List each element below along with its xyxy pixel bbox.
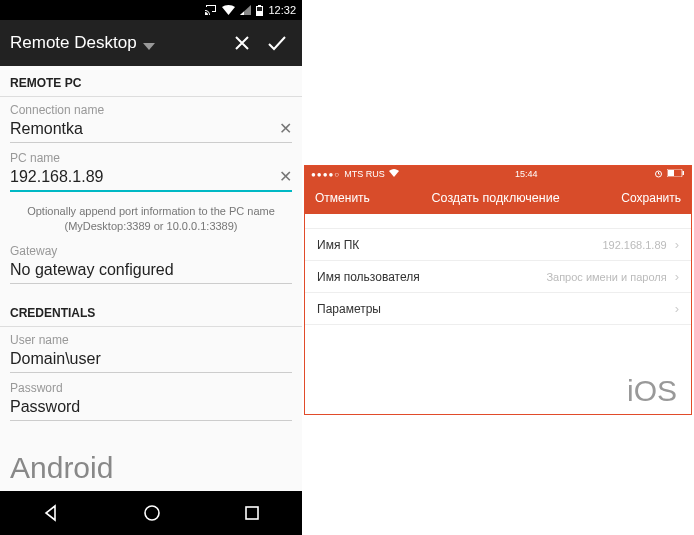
clear-icon[interactable]: ✕ [279, 119, 292, 138]
signal-dots-icon: ●●●●○ [311, 170, 340, 179]
svg-rect-5 [683, 171, 685, 175]
svg-rect-1 [246, 507, 258, 519]
connection-name-label: Connection name [10, 103, 292, 117]
save-button[interactable]: Сохранить [621, 191, 681, 205]
pc-name-value[interactable]: 192.168.1.89 [10, 166, 292, 192]
connection-name-field[interactable]: Connection name Remontka ✕ [0, 101, 302, 149]
divider [0, 326, 302, 327]
gateway-field[interactable]: Gateway No gateway configured [0, 242, 302, 290]
dropdown-icon[interactable] [143, 43, 155, 50]
header-title: Создать подключение [370, 191, 622, 205]
ios-screen: ●●●●○ MTS RUS 15:44 Отменить Создать под… [304, 165, 692, 415]
password-field[interactable]: Password Password [0, 379, 302, 427]
signal-icon [240, 5, 251, 15]
nav-home-icon[interactable] [142, 503, 162, 523]
username-input[interactable]: Domain\user [10, 348, 292, 373]
section-credentials: CREDENTIALS [0, 296, 302, 326]
ios-row-pc-name[interactable]: Имя ПК 192.168.1.89 › [305, 229, 691, 261]
nav-back-icon[interactable] [41, 503, 61, 523]
cancel-button[interactable] [232, 33, 258, 53]
params-label: Параметры [317, 302, 381, 316]
header-title: Remote Desktop [10, 33, 137, 53]
platform-label-ios: iOS [627, 374, 677, 408]
pc-name-value: 192.168.1.89 [359, 239, 670, 251]
pc-name-label: PC name [10, 151, 292, 165]
divider [0, 96, 302, 97]
battery-icon [667, 169, 685, 179]
nav-recent-icon[interactable] [243, 504, 261, 522]
android-screen: 12:32 Remote Desktop REMOTE PC Connectio… [0, 0, 302, 535]
svg-rect-4 [668, 170, 674, 176]
ios-status-bar: ●●●●○ MTS RUS 15:44 [305, 166, 691, 182]
status-time: 12:32 [268, 4, 296, 16]
wifi-icon [222, 5, 235, 15]
pc-name-hint: Optionally append port information to th… [0, 198, 302, 242]
ios-header: Отменить Создать подключение Сохранить [305, 182, 691, 214]
username-label: Имя пользователя [317, 270, 420, 284]
android-form: REMOTE PC Connection name Remontka ✕ PC … [0, 66, 302, 491]
ios-form: Имя ПК 192.168.1.89 › Имя пользователя З… [305, 228, 691, 325]
svg-point-0 [145, 506, 159, 520]
confirm-button[interactable] [266, 33, 292, 53]
pc-name-field[interactable]: PC name 192.168.1.89 ✕ [0, 149, 302, 198]
android-navbar [0, 491, 302, 535]
ios-row-params[interactable]: Параметры › [305, 293, 691, 325]
cancel-button[interactable]: Отменить [315, 191, 370, 205]
section-remote-pc: REMOTE PC [0, 66, 302, 96]
username-field[interactable]: User name Domain\user [0, 331, 302, 379]
password-label: Password [10, 381, 292, 395]
android-status-bar: 12:32 [0, 0, 302, 20]
chevron-right-icon: › [675, 269, 679, 284]
wifi-icon [389, 169, 399, 179]
cast-icon [205, 5, 217, 15]
username-value: Запрос имени и пароля [420, 271, 671, 283]
ios-time: 15:44 [399, 169, 654, 179]
gateway-value[interactable]: No gateway configured [10, 259, 292, 284]
pc-name-label: Имя ПК [317, 238, 359, 252]
chevron-right-icon: › [675, 301, 679, 316]
android-header: Remote Desktop [0, 20, 302, 66]
username-label: User name [10, 333, 292, 347]
clear-icon[interactable]: ✕ [279, 167, 292, 186]
ios-row-username[interactable]: Имя пользователя Запрос имени и пароля › [305, 261, 691, 293]
platform-label-android: Android [10, 451, 113, 485]
connection-name-value[interactable]: Remontka [10, 118, 292, 143]
chevron-right-icon: › [675, 237, 679, 252]
password-input[interactable]: Password [10, 396, 292, 421]
carrier-label: MTS RUS [344, 169, 385, 179]
battery-icon [256, 5, 263, 16]
alarm-icon [654, 169, 663, 180]
gateway-label: Gateway [10, 244, 292, 258]
